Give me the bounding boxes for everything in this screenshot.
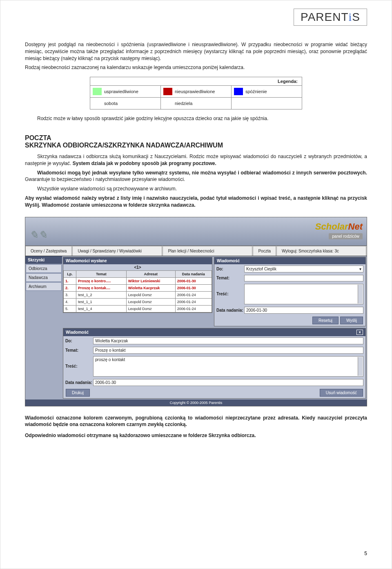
view-tresc-label: Treść: bbox=[65, 364, 93, 368]
cell: Wioletta Kacprzak bbox=[126, 284, 175, 291]
text-bold: Wiadomości mogą być jednak wysyłane tylk… bbox=[37, 170, 367, 176]
swatch-empty-icon bbox=[93, 100, 102, 107]
banner-decor-icon: ✎✎ bbox=[29, 229, 47, 241]
after-paragraph-2: Odpowiednio wiadomości otrzymane są każd… bbox=[25, 432, 367, 439]
messages-table: Lp. Temat Adresat Data nadania 1.Proszę … bbox=[63, 270, 212, 312]
view-do-value: Wioletta Kacprzak bbox=[93, 337, 363, 344]
tab-mail[interactable]: Poczta bbox=[253, 246, 276, 256]
brand-logo: PARENTiS bbox=[294, 9, 367, 26]
legend-label: niedziela bbox=[175, 101, 192, 106]
text-bold: System działa jak w podobny sposób jak p… bbox=[73, 161, 216, 166]
cell: 2006-01-30 bbox=[175, 277, 212, 284]
table-row[interactable]: 2.Proszę o kontak....Wioletta Kacprzak20… bbox=[64, 284, 212, 291]
sidebar-item-inbox[interactable]: Odbiorcza bbox=[26, 264, 62, 273]
paragraph-6: Wszystkie wysłane wiadomości są przechow… bbox=[37, 185, 367, 192]
sidebar-item-sent[interactable]: Nadawcza bbox=[26, 273, 62, 282]
intro-paragraph-3: Rodzic może w łatwy sposób sprawdzić jak… bbox=[37, 115, 367, 122]
send-button[interactable]: Wyślij bbox=[340, 317, 363, 324]
scholarnet-logo: ScholarNet bbox=[315, 221, 363, 232]
app-tabs: Oceny / Zastępstwa Uwagi / Sprawdziany /… bbox=[25, 246, 367, 256]
compose-title: Wiadomość bbox=[217, 259, 240, 263]
compose-tresc-label: Treść: bbox=[216, 292, 244, 296]
legend-cell: nieusprawiedliwione bbox=[161, 86, 232, 97]
legend-cell-empty bbox=[232, 98, 302, 109]
compose-panel: Wiadomość Do:Krzysztof Cieplik▾ Temat: T… bbox=[214, 257, 366, 326]
cell: 2006-01-24 bbox=[175, 291, 212, 298]
copyright-bar: Copyright © 2000-2005 Parentis bbox=[25, 399, 367, 406]
tab-schedule[interactable]: Plan lekcji / Nieobecności bbox=[163, 246, 252, 256]
app-screenshot: ✎✎ ScholarNet panel rodziców Oceny / Zas… bbox=[25, 217, 367, 406]
app-sidebar: Skrzynki Odbiorcza Nadawcza Archiwum bbox=[25, 256, 62, 399]
legend-cell: spóźnienie bbox=[232, 86, 302, 97]
text: Gwarantuje to bezpieczeństwo i natychmia… bbox=[25, 176, 185, 182]
cell: test_1_1 bbox=[76, 298, 126, 305]
swatch-blue-icon bbox=[234, 88, 243, 95]
cell: 3. bbox=[64, 291, 76, 298]
paragraph-7: Aby wysłać wiadomość należy wybrać z lis… bbox=[25, 195, 367, 209]
swatch-red-icon bbox=[163, 88, 172, 95]
cell: Proszę o kontro..... bbox=[76, 277, 126, 284]
print-button[interactable]: Drukuj bbox=[66, 389, 90, 397]
legend-label: usprawiedliwione bbox=[104, 89, 138, 94]
cell: Wiktor Leśniewski bbox=[126, 277, 175, 284]
compose-data-label: Data nadania: bbox=[216, 308, 244, 312]
compose-data-value: 2006-01-30 bbox=[244, 307, 363, 314]
cell: 4. bbox=[64, 298, 76, 305]
cell: Proszę o kontak.... bbox=[76, 284, 126, 291]
app-banner: ✎✎ ScholarNet panel rodziców bbox=[25, 217, 367, 246]
table-row[interactable]: 1.Proszę o kontro.....Wiktor Leśniewski2… bbox=[64, 277, 212, 284]
reset-button[interactable]: Resetuj bbox=[312, 317, 339, 324]
cell: 2006-01-30 bbox=[175, 284, 212, 291]
view-tresc-value: proszę o kontakt bbox=[93, 356, 363, 377]
text: proszę o kontakt bbox=[95, 357, 125, 362]
brand-text: PARENTiS bbox=[301, 11, 360, 23]
legend-label: spóźnienie bbox=[245, 89, 267, 94]
tab-notes[interactable]: Uwagi / Sprawdziany / Wywiadówki bbox=[72, 246, 162, 256]
cell: 2006-01-24 bbox=[175, 305, 212, 312]
col-adresat: Adresat bbox=[126, 270, 175, 277]
compose-do-select[interactable]: Krzysztof Cieplik▾ bbox=[244, 266, 363, 272]
col-temat: Temat bbox=[76, 270, 126, 277]
cell: 2. bbox=[64, 284, 76, 291]
view-data-label: Data nadania: bbox=[65, 380, 93, 385]
view-data-value: 2006-01-30 bbox=[93, 379, 363, 386]
sent-messages-panel: Wiadomości wysłane <1> Lp. Temat Adresat… bbox=[63, 257, 212, 313]
sidebar-head: Skrzynki bbox=[25, 256, 62, 264]
swatch-green-icon bbox=[93, 88, 102, 95]
section-title: POCZTA SKRZYNKA ODBIORCZA/SZKRZYNKA NADA… bbox=[25, 134, 367, 149]
paragraph-4: Skrzynka nadawcza i odbiorcza służą komu… bbox=[25, 153, 367, 167]
table-row[interactable]: 4.test_1_1Leopold Dorsz2006-01-24 bbox=[64, 298, 212, 305]
col-data: Data nadania bbox=[175, 270, 212, 277]
col-lp: Lp. bbox=[64, 270, 76, 277]
swatch-empty-icon bbox=[163, 100, 172, 107]
compose-do-label: Do: bbox=[216, 267, 244, 271]
delete-button[interactable]: Usuń wiadomość bbox=[320, 389, 363, 397]
scrollbar[interactable] bbox=[358, 285, 363, 303]
intro-paragraph-1: Dostępny jest podgląd na nieobecności i … bbox=[25, 41, 367, 62]
sidebar-item-archive[interactable]: Archiwum bbox=[26, 282, 62, 291]
legend-cell: usprawiedliwione bbox=[90, 86, 161, 97]
close-icon[interactable]: × bbox=[356, 330, 363, 335]
table-row[interactable]: 3.test_1_2Leopold Dorsz2006-01-24 bbox=[64, 291, 212, 298]
compose-temat-input[interactable] bbox=[244, 275, 363, 281]
table-row[interactable]: 5.test_1_4Leopold Dorsz2006-01-24 bbox=[64, 305, 212, 312]
legend-cell: niedziela bbox=[161, 98, 232, 109]
cell: 1. bbox=[64, 277, 76, 284]
intro-paragraph-2: Rodzaj nieobecności zaznaczonej na kalen… bbox=[25, 64, 367, 71]
tab-logout[interactable]: Wyloguj: Smoczyńska klasa: 3c bbox=[276, 246, 366, 256]
pager[interactable]: <1> bbox=[63, 264, 212, 270]
text-bold: Wiadomości oznaczone kolorem czerwonym, … bbox=[25, 415, 299, 421]
scrollbar[interactable] bbox=[358, 357, 363, 376]
cell: test_1_2 bbox=[76, 291, 126, 298]
view-do-label: Do: bbox=[65, 339, 93, 343]
page-number: 5 bbox=[364, 551, 367, 556]
legend-label: sobota bbox=[104, 101, 118, 106]
cell: 5. bbox=[64, 305, 76, 312]
legend-cell: sobota bbox=[90, 98, 161, 109]
compose-do-value: Krzysztof Cieplik bbox=[246, 267, 276, 271]
compose-tresc-textarea[interactable] bbox=[244, 284, 363, 304]
tab-grades[interactable]: Oceny / Zastępstwa bbox=[25, 246, 72, 256]
cell: test_1_4 bbox=[76, 305, 126, 312]
view-title: Wiadomość bbox=[66, 330, 89, 335]
cell: Leopold Dorsz bbox=[126, 305, 175, 312]
